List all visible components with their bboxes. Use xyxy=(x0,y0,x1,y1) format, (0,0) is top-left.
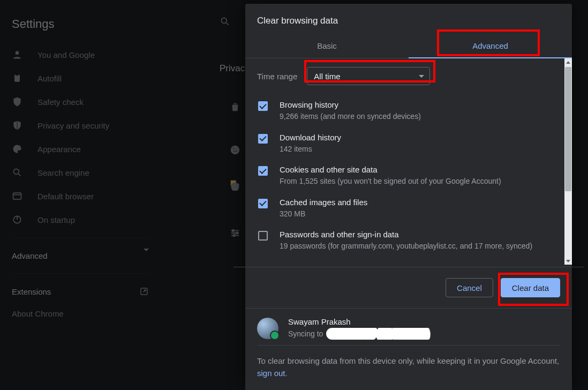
checkbox-subtitle: From 1,525 sites (you won't be signed ou… xyxy=(280,176,560,187)
time-range-row: Time range All time xyxy=(257,67,560,85)
sidebar-item-you-and-google[interactable]: You and Google xyxy=(0,43,161,66)
chevron-down-icon xyxy=(419,75,424,78)
dialog-content: Time range All time Browsing history 9,2… xyxy=(245,58,572,265)
sidebar-item-autofill[interactable]: Autofill xyxy=(0,66,161,90)
sidebar-item-default-browser[interactable]: Default browser xyxy=(0,184,161,208)
tab-basic[interactable]: Basic xyxy=(245,34,409,58)
search-icon xyxy=(220,16,230,27)
scrollbar[interactable] xyxy=(564,58,572,265)
trash-icon xyxy=(229,101,241,113)
sidebar-extensions-link[interactable]: Extensions xyxy=(0,280,161,303)
cookie-icon xyxy=(229,144,241,156)
sidebar-item-label: You and Google xyxy=(37,50,95,59)
about-label: About Chrome xyxy=(12,309,64,318)
svg-point-8 xyxy=(231,146,240,155)
shield-icon xyxy=(229,179,241,191)
sidebar-advanced-toggle[interactable]: Advanced xyxy=(0,245,161,267)
footer-info-text: To clear browsing data from this device … xyxy=(257,355,560,379)
sidebar-item-safety-check[interactable]: Safety check xyxy=(0,90,161,114)
shield-check-icon xyxy=(12,96,22,107)
checkbox-title: Passwords and other sign-in data xyxy=(280,230,560,239)
sidebar-title: Settings xyxy=(0,11,161,43)
checkbox-subtitle: 142 items xyxy=(280,144,560,155)
sidebar-item-label: Autofill xyxy=(37,74,62,83)
scroll-up-icon[interactable] xyxy=(564,58,572,66)
svg-point-3 xyxy=(13,169,19,174)
svg-point-10 xyxy=(236,151,237,152)
scroll-thumb[interactable] xyxy=(565,67,571,191)
checkbox-title: Cached images and files xyxy=(280,198,560,207)
sidebar-item-label: Search engine xyxy=(37,168,89,177)
search-icon xyxy=(12,167,22,178)
sidebar-item-appearance[interactable]: Appearance xyxy=(0,137,161,161)
footer-text-part2: . xyxy=(285,369,288,378)
checkbox-row-cookies: Cookies and other site data From 1,525 s… xyxy=(257,160,560,192)
clipboard-icon xyxy=(12,73,22,84)
sidebar-item-search-engine[interactable]: Search engine xyxy=(0,161,161,184)
svg-rect-1 xyxy=(14,74,20,81)
checkbox-row-cache: Cached images and files 320 MB xyxy=(257,192,560,225)
svg-point-11 xyxy=(233,151,235,152)
dialog-title: Clear browsing data xyxy=(245,4,572,34)
palette-icon xyxy=(12,144,22,154)
redacted-email xyxy=(326,328,433,340)
sidebar-item-label: On startup xyxy=(37,215,75,224)
checkbox-subtitle: 9,266 items (and more on synced devices) xyxy=(280,111,560,122)
svg-rect-4 xyxy=(13,193,21,199)
checkbox-subtitle: 19 passwords (for grammarly.com, youtube… xyxy=(280,241,560,252)
sidebar-item-privacy[interactable]: Privacy and security xyxy=(0,114,161,137)
sign-out-link[interactable]: sign out xyxy=(257,369,285,378)
sidebar-item-label: Safety check xyxy=(37,98,84,107)
sidebar-divider xyxy=(12,273,149,274)
clear-browsing-data-dialog: Clear browsing data Basic Advanced Time … xyxy=(245,4,572,390)
time-range-select[interactable]: All time xyxy=(307,67,430,85)
checkbox-title: Cookies and other site data xyxy=(280,165,560,174)
sidebar-item-label: Default browser xyxy=(37,192,94,201)
checkbox-title: Download history xyxy=(280,133,560,142)
footer-text-part1: To clear browsing data from this device … xyxy=(257,356,559,365)
checkbox-passwords[interactable] xyxy=(258,231,268,241)
chevron-down-icon xyxy=(144,251,149,260)
power-icon xyxy=(12,214,22,225)
checkbox-subtitle: 320 MB xyxy=(280,209,560,220)
person-icon xyxy=(12,49,22,60)
svg-point-0 xyxy=(16,51,19,55)
time-range-value: All time xyxy=(314,72,340,81)
svg-rect-2 xyxy=(16,74,19,76)
svg-point-9 xyxy=(233,148,234,149)
checkbox-row-download-history: Download history 142 items xyxy=(257,128,560,160)
checkbox-row-passwords: Passwords and other sign-in data 19 pass… xyxy=(257,224,560,257)
settings-search[interactable] xyxy=(220,16,230,27)
checkbox-title: Browsing history xyxy=(280,100,560,109)
dialog-buttons: Cancel Clear data xyxy=(245,267,572,308)
tab-advanced[interactable]: Advanced xyxy=(409,34,572,58)
settings-sidebar: Settings You and Google Autofill Safety … xyxy=(0,0,161,390)
browser-icon xyxy=(12,191,22,201)
extensions-label: Extensions xyxy=(12,287,51,296)
dialog-tabs: Basic Advanced xyxy=(245,34,572,58)
svg-point-13 xyxy=(232,230,235,232)
sidebar-divider xyxy=(12,238,149,238)
scroll-down-icon[interactable] xyxy=(564,257,572,265)
sidebar-about-link[interactable]: About Chrome xyxy=(0,303,161,325)
checkbox-cache[interactable] xyxy=(258,199,268,208)
page-section-title: Privac xyxy=(220,63,245,74)
shield-icon xyxy=(12,120,22,131)
cancel-button[interactable]: Cancel xyxy=(446,278,493,297)
dialog-footer: Swayam Prakash Syncing to To clear brows… xyxy=(245,308,572,390)
sidebar-item-on-startup[interactable]: On startup xyxy=(0,208,161,231)
checkbox-row-browsing-history: Browsing history 9,266 items (and more o… xyxy=(257,95,560,128)
external-link-icon xyxy=(139,287,149,296)
checkbox-browsing-history[interactable] xyxy=(258,101,268,111)
clear-data-button[interactable]: Clear data xyxy=(501,278,560,297)
sync-status: Syncing to xyxy=(288,328,433,340)
svg-point-7 xyxy=(221,18,227,23)
sync-prefix: Syncing to xyxy=(288,329,323,338)
advanced-label: Advanced xyxy=(12,251,48,260)
avatar xyxy=(257,318,278,339)
time-range-label: Time range xyxy=(257,72,297,81)
svg-point-14 xyxy=(236,232,238,234)
checkbox-download-history[interactable] xyxy=(258,134,268,144)
sidebar-item-label: Appearance xyxy=(37,145,81,154)
checkbox-cookies[interactable] xyxy=(258,166,268,176)
